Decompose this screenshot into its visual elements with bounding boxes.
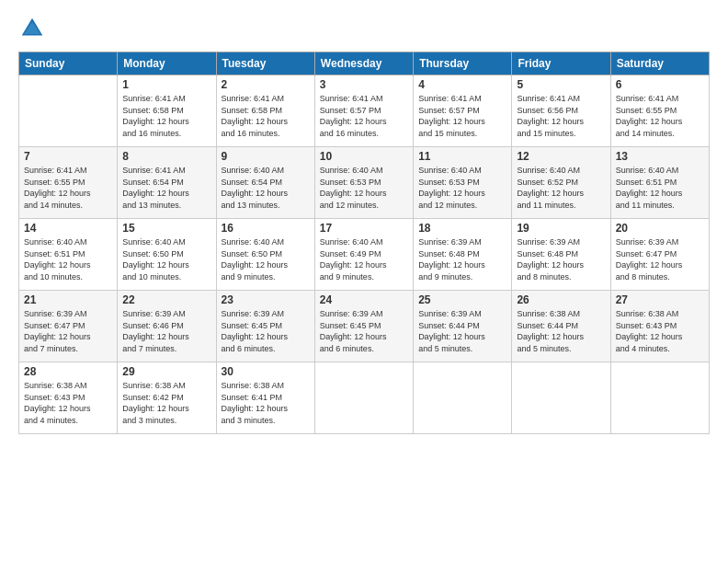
calendar-cell: 23Sunrise: 6:39 AM Sunset: 6:45 PM Dayli… bbox=[216, 291, 314, 362]
calendar-cell: 17Sunrise: 6:40 AM Sunset: 6:49 PM Dayli… bbox=[314, 219, 413, 291]
day-info: Sunrise: 6:38 AM Sunset: 6:43 PM Dayligh… bbox=[616, 308, 704, 354]
calendar-week-1: 1Sunrise: 6:41 AM Sunset: 6:58 PM Daylig… bbox=[19, 75, 710, 147]
calendar-cell bbox=[414, 362, 512, 434]
day-info: Sunrise: 6:41 AM Sunset: 6:54 PM Dayligh… bbox=[122, 165, 210, 211]
day-info: Sunrise: 6:39 AM Sunset: 6:47 PM Dayligh… bbox=[616, 236, 704, 282]
day-info: Sunrise: 6:38 AM Sunset: 6:42 PM Dayligh… bbox=[122, 380, 210, 426]
day-info: Sunrise: 6:39 AM Sunset: 6:48 PM Dayligh… bbox=[418, 236, 506, 282]
header-monday: Monday bbox=[118, 52, 216, 75]
calendar-cell: 19Sunrise: 6:39 AM Sunset: 6:48 PM Dayli… bbox=[512, 219, 610, 291]
calendar-cell bbox=[19, 75, 118, 147]
day-info: Sunrise: 6:41 AM Sunset: 6:58 PM Dayligh… bbox=[122, 93, 210, 139]
day-number: 21 bbox=[24, 293, 112, 306]
day-number: 6 bbox=[616, 78, 704, 91]
day-number: 13 bbox=[616, 150, 704, 163]
day-info: Sunrise: 6:41 AM Sunset: 6:56 PM Dayligh… bbox=[517, 93, 605, 139]
calendar-cell: 26Sunrise: 6:38 AM Sunset: 6:44 PM Dayli… bbox=[512, 291, 610, 362]
calendar-cell: 3Sunrise: 6:41 AM Sunset: 6:57 PM Daylig… bbox=[314, 75, 413, 147]
day-number: 27 bbox=[616, 293, 704, 306]
day-info: Sunrise: 6:38 AM Sunset: 6:41 PM Dayligh… bbox=[222, 380, 310, 426]
day-info: Sunrise: 6:39 AM Sunset: 6:47 PM Dayligh… bbox=[24, 308, 112, 354]
day-number: 8 bbox=[122, 150, 210, 163]
header-tuesday: Tuesday bbox=[216, 52, 314, 75]
header-friday: Friday bbox=[512, 52, 610, 75]
day-info: Sunrise: 6:40 AM Sunset: 6:51 PM Dayligh… bbox=[616, 165, 704, 211]
calendar-week-3: 14Sunrise: 6:40 AM Sunset: 6:51 PM Dayli… bbox=[19, 219, 710, 291]
day-info: Sunrise: 6:40 AM Sunset: 6:50 PM Dayligh… bbox=[122, 236, 210, 282]
calendar-cell: 9Sunrise: 6:40 AM Sunset: 6:54 PM Daylig… bbox=[216, 147, 314, 219]
day-info: Sunrise: 6:39 AM Sunset: 6:44 PM Dayligh… bbox=[418, 308, 506, 354]
day-info: Sunrise: 6:39 AM Sunset: 6:46 PM Dayligh… bbox=[122, 308, 210, 354]
day-info: Sunrise: 6:40 AM Sunset: 6:49 PM Dayligh… bbox=[320, 236, 408, 282]
day-info: Sunrise: 6:40 AM Sunset: 6:50 PM Dayligh… bbox=[222, 236, 310, 282]
day-number: 11 bbox=[418, 150, 506, 163]
day-info: Sunrise: 6:41 AM Sunset: 6:58 PM Dayligh… bbox=[222, 93, 310, 139]
day-number: 14 bbox=[24, 222, 112, 235]
calendar-cell: 22Sunrise: 6:39 AM Sunset: 6:46 PM Dayli… bbox=[118, 291, 216, 362]
day-number: 26 bbox=[517, 293, 605, 306]
day-info: Sunrise: 6:38 AM Sunset: 6:43 PM Dayligh… bbox=[24, 380, 112, 426]
calendar-cell bbox=[512, 362, 610, 434]
day-number: 1 bbox=[122, 78, 210, 91]
calendar-week-5: 28Sunrise: 6:38 AM Sunset: 6:43 PM Dayli… bbox=[19, 362, 710, 434]
day-number: 2 bbox=[222, 78, 310, 91]
calendar-cell: 24Sunrise: 6:39 AM Sunset: 6:45 PM Dayli… bbox=[314, 291, 413, 362]
day-number: 15 bbox=[122, 222, 210, 235]
day-number: 24 bbox=[320, 293, 408, 306]
header-saturday: Saturday bbox=[610, 52, 709, 75]
day-number: 10 bbox=[320, 150, 408, 163]
calendar-cell: 6Sunrise: 6:41 AM Sunset: 6:55 PM Daylig… bbox=[610, 75, 709, 147]
calendar-cell: 18Sunrise: 6:39 AM Sunset: 6:48 PM Dayli… bbox=[414, 219, 512, 291]
calendar-cell: 28Sunrise: 6:38 AM Sunset: 6:43 PM Dayli… bbox=[19, 362, 118, 434]
calendar-cell: 25Sunrise: 6:39 AM Sunset: 6:44 PM Dayli… bbox=[414, 291, 512, 362]
calendar-cell: 7Sunrise: 6:41 AM Sunset: 6:55 PM Daylig… bbox=[19, 147, 118, 219]
calendar-cell: 12Sunrise: 6:40 AM Sunset: 6:52 PM Dayli… bbox=[512, 147, 610, 219]
header-wednesday: Wednesday bbox=[314, 52, 413, 75]
day-number: 4 bbox=[418, 78, 506, 91]
calendar-table: SundayMondayTuesdayWednesdayThursdayFrid… bbox=[18, 52, 710, 434]
day-number: 30 bbox=[222, 365, 310, 378]
calendar-cell bbox=[314, 362, 413, 434]
day-info: Sunrise: 6:41 AM Sunset: 6:55 PM Dayligh… bbox=[616, 93, 704, 139]
calendar-cell: 2Sunrise: 6:41 AM Sunset: 6:58 PM Daylig… bbox=[216, 75, 314, 147]
calendar-cell: 14Sunrise: 6:40 AM Sunset: 6:51 PM Dayli… bbox=[19, 219, 118, 291]
day-number: 18 bbox=[418, 222, 506, 235]
day-info: Sunrise: 6:38 AM Sunset: 6:44 PM Dayligh… bbox=[517, 308, 605, 354]
logo-icon bbox=[18, 15, 46, 42]
calendar-cell: 13Sunrise: 6:40 AM Sunset: 6:51 PM Dayli… bbox=[610, 147, 709, 219]
calendar-cell: 29Sunrise: 6:38 AM Sunset: 6:42 PM Dayli… bbox=[118, 362, 216, 434]
day-info: Sunrise: 6:39 AM Sunset: 6:48 PM Dayligh… bbox=[517, 236, 605, 282]
day-number: 3 bbox=[320, 78, 408, 91]
day-number: 5 bbox=[517, 78, 605, 91]
day-number: 12 bbox=[517, 150, 605, 163]
header bbox=[18, 15, 710, 42]
calendar-cell: 16Sunrise: 6:40 AM Sunset: 6:50 PM Dayli… bbox=[216, 219, 314, 291]
calendar-week-2: 7Sunrise: 6:41 AM Sunset: 6:55 PM Daylig… bbox=[19, 147, 710, 219]
calendar-header-row: SundayMondayTuesdayWednesdayThursdayFrid… bbox=[19, 52, 710, 75]
day-info: Sunrise: 6:41 AM Sunset: 6:57 PM Dayligh… bbox=[418, 93, 506, 139]
day-number: 17 bbox=[320, 222, 408, 235]
day-number: 25 bbox=[418, 293, 506, 306]
day-number: 22 bbox=[122, 293, 210, 306]
calendar-cell bbox=[610, 362, 709, 434]
day-info: Sunrise: 6:40 AM Sunset: 6:52 PM Dayligh… bbox=[517, 165, 605, 211]
logo bbox=[18, 15, 50, 42]
calendar-cell: 11Sunrise: 6:40 AM Sunset: 6:53 PM Dayli… bbox=[414, 147, 512, 219]
calendar-cell: 4Sunrise: 6:41 AM Sunset: 6:57 PM Daylig… bbox=[414, 75, 512, 147]
header-sunday: Sunday bbox=[19, 52, 118, 75]
calendar-cell: 21Sunrise: 6:39 AM Sunset: 6:47 PM Dayli… bbox=[19, 291, 118, 362]
day-number: 29 bbox=[122, 365, 210, 378]
calendar-cell: 20Sunrise: 6:39 AM Sunset: 6:47 PM Dayli… bbox=[610, 219, 709, 291]
day-info: Sunrise: 6:40 AM Sunset: 6:53 PM Dayligh… bbox=[320, 165, 408, 211]
day-info: Sunrise: 6:41 AM Sunset: 6:55 PM Dayligh… bbox=[24, 165, 112, 211]
day-number: 28 bbox=[24, 365, 112, 378]
calendar-cell: 8Sunrise: 6:41 AM Sunset: 6:54 PM Daylig… bbox=[118, 147, 216, 219]
day-info: Sunrise: 6:40 AM Sunset: 6:54 PM Dayligh… bbox=[222, 165, 310, 211]
day-number: 16 bbox=[222, 222, 310, 235]
day-info: Sunrise: 6:39 AM Sunset: 6:45 PM Dayligh… bbox=[222, 308, 310, 354]
calendar-cell: 15Sunrise: 6:40 AM Sunset: 6:50 PM Dayli… bbox=[118, 219, 216, 291]
day-number: 19 bbox=[517, 222, 605, 235]
header-thursday: Thursday bbox=[414, 52, 512, 75]
calendar-cell: 10Sunrise: 6:40 AM Sunset: 6:53 PM Dayli… bbox=[314, 147, 413, 219]
calendar-cell: 27Sunrise: 6:38 AM Sunset: 6:43 PM Dayli… bbox=[610, 291, 709, 362]
